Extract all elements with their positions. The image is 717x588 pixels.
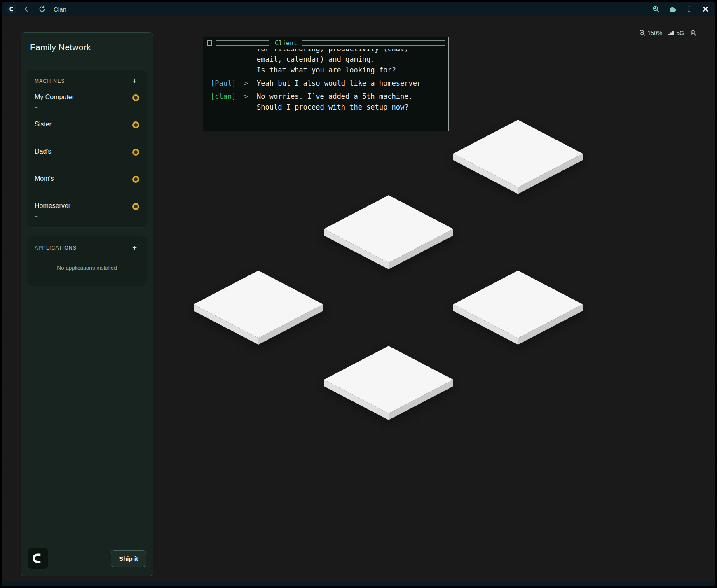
canvas: 150% 5G Client [2,16,715,581]
machine-tile[interactable] [453,120,583,194]
applications-heading: APPLICATIONS [35,245,77,251]
machine-name: Mom's [35,175,132,182]
network-indicator: 5G [668,30,684,36]
machine-subtitle: – [35,213,132,219]
terminal-message: [Paul] > Yeah but I also would like a ho… [211,78,444,89]
terminal-arrow [235,49,257,75]
machine-row-sister[interactable]: Sister – [34,115,140,142]
extensions-icon[interactable] [668,5,677,13]
client-terminal-window: Client for filesharing, productivity (ch… [203,37,449,131]
terminal-line: Is that what you are looking for? [257,65,444,75]
terminal-line: No worries. I`ve added a 5th machine. [257,91,444,102]
reload-icon[interactable] [38,5,46,13]
terminal-speaker: [clan] [211,91,235,112]
user-icon[interactable] [690,30,696,36]
machine-status-icon [132,203,139,210]
sidebar-footer: Ship it [21,548,153,576]
terminal-message-text: No worries. I`ve added a 5th machine. Sh… [257,91,444,112]
panel-title: Family Network [21,33,153,61]
applications-section: APPLICATIONS + No applications installed [27,236,147,286]
titlebar-stripes [216,40,269,46]
terminal-arrow: > [235,91,257,112]
clan-favicon-icon [7,5,16,14]
machines-section: MACHINES + My Computer – Sister – Dad's … [27,69,147,228]
page-title: Clan [54,6,66,13]
machine-subtitle: – [35,186,132,192]
terminal-arrow: > [235,78,257,89]
add-application-button[interactable]: + [130,243,139,252]
machine-tile[interactable] [453,271,583,345]
terminal-close-box[interactable] [207,40,212,46]
machine-tile[interactable] [324,195,453,269]
machines-heading: MACHINES [35,78,65,84]
machine-status-icon [132,149,139,156]
add-machine-button[interactable]: + [130,76,139,86]
terminal-body[interactable]: for filesharing, productivity (chat, ema… [203,49,448,127]
machine-name: My Computer [35,93,132,101]
zoom-in-icon[interactable] [652,5,660,13]
machine-status-icon [132,94,139,101]
terminal-line: Should I proceed with the setup now? [257,102,444,112]
machine-name: Homeserver [35,202,132,210]
machine-name: Sister [35,121,132,128]
zoom-value: 150% [648,30,663,36]
clan-logo-icon [28,548,48,569]
terminal-message: [clan] > No worries. I`ve added a 5th ma… [211,91,444,112]
machine-subtitle: – [35,104,132,110]
app-window: Clan 150% 5 [0,0,717,588]
machine-row-moms[interactable]: Mom's – [34,170,140,197]
signal-bars-icon [668,30,674,36]
network-value: 5G [676,30,684,36]
menu-kebab-icon[interactable] [685,5,693,13]
terminal-message-text: Yeah but I also would like a homeserver [257,78,444,89]
applications-empty-text: No applications installed [34,255,140,282]
close-icon[interactable] [701,5,710,13]
ship-it-button[interactable]: Ship it [111,550,146,567]
terminal-line: for filesharing, productivity (chat, [257,49,444,54]
browser-titlebar: Clan [2,2,715,16]
terminal-line: email, calendar) and gaming. [257,54,444,65]
machine-name: Dad's [35,148,132,155]
machine-row-my-computer[interactable]: My Computer – [34,88,140,115]
machine-tile[interactable] [194,271,323,345]
text-cursor [211,118,211,126]
titlebar-stripes [302,40,445,46]
machine-status-icon [132,121,139,128]
terminal-input-row[interactable] [211,116,444,126]
terminal-titlebar: Client [203,37,448,49]
canvas-hud: 150% 5G [639,30,697,36]
zoom-indicator[interactable]: 150% [639,30,663,36]
window-bottom-bar [2,581,715,586]
terminal-message-text: for filesharing, productivity (chat, ema… [257,49,444,75]
machine-row-dads[interactable]: Dad's – [34,142,140,170]
machine-subtitle: – [35,131,132,138]
machine-subtitle: – [35,159,132,165]
family-network-panel: Family Network MACHINES + My Computer – … [21,32,153,576]
terminal-speaker [211,49,235,75]
terminal-line: Yeah but I also would like a homeserver [257,78,444,89]
terminal-message: for filesharing, productivity (chat, ema… [211,49,444,75]
machine-row-homeserver[interactable]: Homeserver – [34,197,140,224]
machine-status-icon [132,176,139,183]
terminal-title: Client [273,40,299,47]
back-icon[interactable] [23,5,31,13]
terminal-speaker: [Paul] [211,78,235,89]
machine-tile[interactable] [324,346,453,420]
